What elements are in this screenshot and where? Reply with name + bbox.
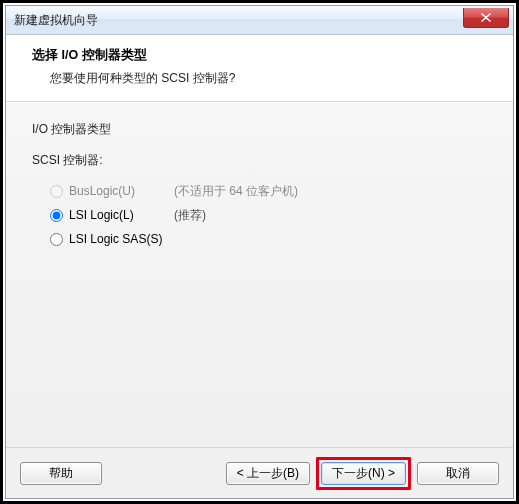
radio-buslogic-input bbox=[50, 185, 63, 198]
back-button[interactable]: < 上一步(B) bbox=[226, 462, 310, 485]
radio-buslogic-hint: (不适用于 64 位客户机) bbox=[174, 183, 298, 200]
wizard-window: 新建虚拟机向导 选择 I/O 控制器类型 您要使用何种类型的 SCSI 控制器?… bbox=[5, 5, 514, 499]
window-title: 新建虚拟机向导 bbox=[6, 12, 98, 29]
close-button[interactable] bbox=[463, 8, 509, 28]
wizard-header-title: 选择 I/O 控制器类型 bbox=[32, 47, 495, 64]
cancel-button[interactable]: 取消 bbox=[417, 462, 499, 485]
help-button[interactable]: 帮助 bbox=[20, 462, 102, 485]
radio-buslogic-label: BusLogic(U) bbox=[69, 184, 174, 198]
scsi-field-label: SCSI 控制器: bbox=[32, 152, 487, 169]
radio-lsilogic-label: LSI Logic(L) bbox=[69, 208, 174, 222]
next-button-highlight: 下一步(N) > bbox=[316, 457, 411, 490]
wizard-header-subtitle: 您要使用何种类型的 SCSI 控制器? bbox=[32, 70, 495, 87]
radio-lsilogic-hint: (推荐) bbox=[174, 207, 206, 224]
scsi-radio-group: BusLogic(U) (不适用于 64 位客户机) LSI Logic(L) … bbox=[32, 179, 487, 251]
radio-lsilogic-input[interactable] bbox=[50, 209, 63, 222]
wizard-body: I/O 控制器类型 SCSI 控制器: BusLogic(U) (不适用于 64… bbox=[6, 102, 513, 447]
section-title: I/O 控制器类型 bbox=[32, 121, 487, 138]
wizard-header: 选择 I/O 控制器类型 您要使用何种类型的 SCSI 控制器? bbox=[6, 35, 513, 102]
close-icon bbox=[481, 13, 491, 22]
next-button[interactable]: 下一步(N) > bbox=[321, 462, 406, 485]
screenshot-frame: 新建虚拟机向导 选择 I/O 控制器类型 您要使用何种类型的 SCSI 控制器?… bbox=[0, 0, 519, 504]
radio-lsilogic-sas[interactable]: LSI Logic SAS(S) bbox=[50, 227, 487, 251]
radio-buslogic: BusLogic(U) (不适用于 64 位客户机) bbox=[50, 179, 487, 203]
radio-lsilogic[interactable]: LSI Logic(L) (推荐) bbox=[50, 203, 487, 227]
radio-lsilogic-sas-input[interactable] bbox=[50, 233, 63, 246]
wizard-footer: 帮助 < 上一步(B) 下一步(N) > 取消 bbox=[6, 447, 513, 498]
radio-lsilogic-sas-label: LSI Logic SAS(S) bbox=[69, 232, 174, 246]
titlebar: 新建虚拟机向导 bbox=[6, 6, 513, 35]
